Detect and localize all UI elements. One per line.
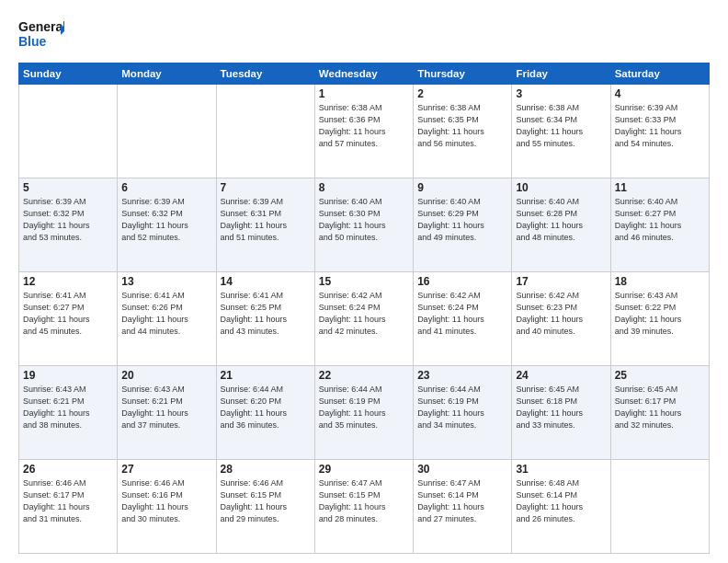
calendar-cell: 5Sunrise: 6:39 AM Sunset: 6:32 PM Daylig… <box>19 178 118 272</box>
day-info: Sunrise: 6:40 AM Sunset: 6:29 PM Dayligh… <box>417 196 507 244</box>
calendar-week-row: 26Sunrise: 6:46 AM Sunset: 6:17 PM Dayli… <box>19 460 710 554</box>
day-info: Sunrise: 6:47 AM Sunset: 6:15 PM Dayligh… <box>319 477 409 525</box>
day-number: 26 <box>23 463 113 476</box>
day-number: 29 <box>319 463 409 476</box>
day-info: Sunrise: 6:45 AM Sunset: 6:18 PM Dayligh… <box>516 384 606 431</box>
day-number: 13 <box>121 275 211 288</box>
day-info: Sunrise: 6:48 AM Sunset: 6:14 PM Dayligh… <box>516 477 606 525</box>
day-number: 25 <box>615 369 705 382</box>
calendar-cell: 11Sunrise: 6:40 AM Sunset: 6:27 PM Dayli… <box>610 178 709 272</box>
day-number: 28 <box>221 463 311 476</box>
calendar-cell: 29Sunrise: 6:47 AM Sunset: 6:15 PM Dayli… <box>314 460 413 554</box>
day-number: 17 <box>516 275 606 288</box>
calendar-cell: 16Sunrise: 6:42 AM Sunset: 6:24 PM Dayli… <box>414 272 512 366</box>
calendar-cell: 15Sunrise: 6:42 AM Sunset: 6:24 PM Dayli… <box>314 272 413 366</box>
svg-text:Blue: Blue <box>18 34 47 49</box>
day-info: Sunrise: 6:42 AM Sunset: 6:24 PM Dayligh… <box>319 290 409 338</box>
day-info: Sunrise: 6:39 AM Sunset: 6:31 PM Dayligh… <box>221 196 311 244</box>
day-info: Sunrise: 6:39 AM Sunset: 6:32 PM Dayligh… <box>23 196 113 244</box>
calendar-cell: 22Sunrise: 6:44 AM Sunset: 6:19 PM Dayli… <box>314 366 413 460</box>
calendar-header-friday: Friday <box>512 63 610 85</box>
calendar-table: SundayMondayTuesdayWednesdayThursdayFrid… <box>18 63 710 554</box>
calendar-header-monday: Monday <box>118 63 216 85</box>
day-info: Sunrise: 6:44 AM Sunset: 6:19 PM Dayligh… <box>417 384 507 431</box>
day-number: 6 <box>121 181 211 194</box>
calendar-cell: 14Sunrise: 6:41 AM Sunset: 6:25 PM Dayli… <box>216 272 314 366</box>
day-number: 24 <box>516 369 606 382</box>
day-info: Sunrise: 6:43 AM Sunset: 6:21 PM Dayligh… <box>23 384 113 431</box>
day-number: 9 <box>417 181 507 194</box>
day-number: 23 <box>417 369 507 382</box>
calendar-cell: 12Sunrise: 6:41 AM Sunset: 6:27 PM Dayli… <box>19 272 118 366</box>
day-number: 3 <box>516 87 606 100</box>
calendar-header-tuesday: Tuesday <box>216 63 314 85</box>
calendar-cell: 21Sunrise: 6:44 AM Sunset: 6:20 PM Dayli… <box>216 366 314 460</box>
day-number: 11 <box>615 181 705 194</box>
day-info: Sunrise: 6:44 AM Sunset: 6:19 PM Dayligh… <box>319 384 409 431</box>
day-info: Sunrise: 6:40 AM Sunset: 6:30 PM Dayligh… <box>319 196 409 244</box>
day-number: 8 <box>319 181 409 194</box>
calendar-week-row: 5Sunrise: 6:39 AM Sunset: 6:32 PM Daylig… <box>19 178 710 272</box>
day-number: 10 <box>516 181 606 194</box>
day-number: 16 <box>417 275 507 288</box>
calendar-week-row: 19Sunrise: 6:43 AM Sunset: 6:21 PM Dayli… <box>19 366 710 460</box>
day-number: 30 <box>417 463 507 476</box>
calendar-cell: 28Sunrise: 6:46 AM Sunset: 6:15 PM Dayli… <box>216 460 314 554</box>
page: General Blue SundayMondayTuesdayWednesda… <box>0 0 728 563</box>
day-number: 22 <box>319 369 409 382</box>
day-number: 14 <box>221 275 311 288</box>
day-info: Sunrise: 6:43 AM Sunset: 6:22 PM Dayligh… <box>615 290 705 338</box>
day-number: 7 <box>221 181 311 194</box>
day-info: Sunrise: 6:38 AM Sunset: 6:36 PM Dayligh… <box>319 102 409 150</box>
day-info: Sunrise: 6:41 AM Sunset: 6:27 PM Dayligh… <box>23 290 113 338</box>
day-info: Sunrise: 6:42 AM Sunset: 6:24 PM Dayligh… <box>417 290 507 338</box>
calendar-cell: 4Sunrise: 6:39 AM Sunset: 6:33 PM Daylig… <box>610 85 709 178</box>
day-number: 1 <box>319 87 409 100</box>
day-info: Sunrise: 6:46 AM Sunset: 6:16 PM Dayligh… <box>121 477 211 525</box>
calendar-cell <box>216 85 314 178</box>
calendar-cell: 27Sunrise: 6:46 AM Sunset: 6:16 PM Dayli… <box>118 460 216 554</box>
day-info: Sunrise: 6:46 AM Sunset: 6:15 PM Dayligh… <box>221 477 311 525</box>
calendar-cell: 18Sunrise: 6:43 AM Sunset: 6:22 PM Dayli… <box>610 272 709 366</box>
calendar-cell: 7Sunrise: 6:39 AM Sunset: 6:31 PM Daylig… <box>216 178 314 272</box>
day-info: Sunrise: 6:39 AM Sunset: 6:33 PM Dayligh… <box>615 102 705 150</box>
calendar-week-row: 12Sunrise: 6:41 AM Sunset: 6:27 PM Dayli… <box>19 272 710 366</box>
day-number: 19 <box>23 369 113 382</box>
calendar-cell <box>19 85 118 178</box>
calendar-header-sunday: Sunday <box>19 63 118 85</box>
calendar-header-wednesday: Wednesday <box>314 63 413 85</box>
day-info: Sunrise: 6:41 AM Sunset: 6:26 PM Dayligh… <box>121 290 211 338</box>
day-number: 5 <box>23 181 113 194</box>
day-number: 31 <box>516 463 606 476</box>
calendar-cell: 3Sunrise: 6:38 AM Sunset: 6:34 PM Daylig… <box>512 85 610 178</box>
day-number: 27 <box>121 463 211 476</box>
calendar-week-row: 1Sunrise: 6:38 AM Sunset: 6:36 PM Daylig… <box>19 85 710 178</box>
calendar-cell: 1Sunrise: 6:38 AM Sunset: 6:36 PM Daylig… <box>314 85 413 178</box>
logo: General Blue <box>18 17 64 53</box>
day-info: Sunrise: 6:38 AM Sunset: 6:34 PM Dayligh… <box>516 102 606 150</box>
calendar-cell: 17Sunrise: 6:42 AM Sunset: 6:23 PM Dayli… <box>512 272 610 366</box>
day-number: 20 <box>121 369 211 382</box>
header: General Blue <box>18 17 710 53</box>
calendar-cell: 30Sunrise: 6:47 AM Sunset: 6:14 PM Dayli… <box>414 460 512 554</box>
calendar-cell: 19Sunrise: 6:43 AM Sunset: 6:21 PM Dayli… <box>19 366 118 460</box>
calendar-cell: 31Sunrise: 6:48 AM Sunset: 6:14 PM Dayli… <box>512 460 610 554</box>
calendar-cell: 25Sunrise: 6:45 AM Sunset: 6:17 PM Dayli… <box>610 366 709 460</box>
day-number: 15 <box>319 275 409 288</box>
calendar-cell: 9Sunrise: 6:40 AM Sunset: 6:29 PM Daylig… <box>414 178 512 272</box>
calendar-header-row: SundayMondayTuesdayWednesdayThursdayFrid… <box>19 63 710 85</box>
calendar-cell: 6Sunrise: 6:39 AM Sunset: 6:32 PM Daylig… <box>118 178 216 272</box>
day-info: Sunrise: 6:40 AM Sunset: 6:27 PM Dayligh… <box>615 196 705 244</box>
calendar-cell: 26Sunrise: 6:46 AM Sunset: 6:17 PM Dayli… <box>19 460 118 554</box>
calendar-cell: 2Sunrise: 6:38 AM Sunset: 6:35 PM Daylig… <box>414 85 512 178</box>
day-info: Sunrise: 6:45 AM Sunset: 6:17 PM Dayligh… <box>615 384 705 431</box>
day-info: Sunrise: 6:38 AM Sunset: 6:35 PM Dayligh… <box>417 102 507 150</box>
calendar-cell: 24Sunrise: 6:45 AM Sunset: 6:18 PM Dayli… <box>512 366 610 460</box>
day-info: Sunrise: 6:43 AM Sunset: 6:21 PM Dayligh… <box>121 384 211 431</box>
calendar-header-thursday: Thursday <box>414 63 512 85</box>
calendar-header-saturday: Saturday <box>610 63 709 85</box>
day-info: Sunrise: 6:47 AM Sunset: 6:14 PM Dayligh… <box>417 477 507 525</box>
calendar-cell: 8Sunrise: 6:40 AM Sunset: 6:30 PM Daylig… <box>314 178 413 272</box>
day-info: Sunrise: 6:44 AM Sunset: 6:20 PM Dayligh… <box>221 384 311 431</box>
svg-text:General: General <box>18 19 64 34</box>
